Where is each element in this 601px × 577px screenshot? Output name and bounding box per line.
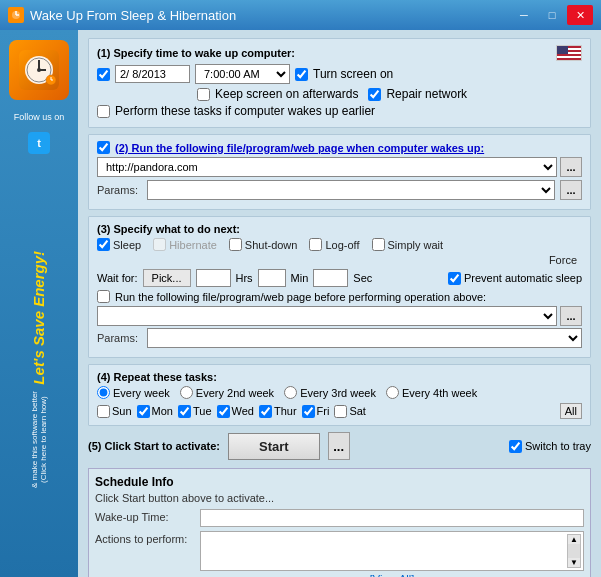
scroll-indicator: ▲ ▼ — [567, 534, 581, 568]
follow-us-label: Follow us on — [14, 112, 65, 122]
repair-network-label: Repair network — [386, 87, 467, 101]
actions-label: Actions to perform: — [95, 531, 195, 545]
view-all-link[interactable]: [View All] — [200, 571, 584, 577]
main-layout: Follow us on t Let's Save Energy! & make… — [0, 30, 601, 577]
keep-screen-label: Keep screen on afterwards — [215, 87, 358, 101]
every-4th-radio[interactable] — [386, 386, 399, 399]
section-1: (1) Specify time to wake up computer: — [88, 38, 591, 128]
section-4: (4) Repeat these tasks: Every week Every… — [88, 364, 591, 426]
date-input[interactable] — [115, 65, 190, 83]
sleep-label: Sleep — [113, 239, 141, 251]
shutdown-checkbox[interactable] — [229, 238, 242, 251]
day-checkbox-wed[interactable] — [217, 405, 230, 418]
sec-label: Sec — [353, 272, 372, 284]
shutdown-label: Shut-down — [245, 239, 298, 251]
switch-tray-checkbox[interactable] — [509, 440, 522, 453]
day-checkbox-sun[interactable] — [97, 405, 110, 418]
perform-tasks-checkbox[interactable] — [97, 105, 110, 118]
simply-wait-checkbox[interactable] — [372, 238, 385, 251]
day-item: Thur — [259, 405, 297, 418]
start-button[interactable]: Start — [228, 433, 320, 460]
schedule-info: Schedule Info Click Start button above t… — [88, 468, 591, 577]
run-file-checkbox-s2[interactable] — [97, 141, 110, 154]
every-3rd-option: Every 3rd week — [284, 386, 376, 399]
run-file-before-checkbox[interactable] — [97, 290, 110, 303]
hrs-input[interactable] — [196, 269, 231, 287]
keep-screen-checkbox[interactable] — [197, 88, 210, 101]
scroll-up-button[interactable]: ▲ — [568, 535, 580, 544]
day-label-mon: Mon — [152, 405, 173, 417]
sec-input[interactable] — [313, 269, 348, 287]
section1-title: (1) Specify time to wake up computer: — [97, 47, 295, 59]
logoff-checkbox[interactable] — [309, 238, 322, 251]
every-week-label: Every week — [113, 387, 170, 399]
day-item: Sat — [334, 405, 366, 418]
sleep-option: Sleep — [97, 238, 141, 251]
before-file-select[interactable] — [97, 306, 557, 326]
app-logo — [9, 40, 69, 100]
day-label-sun: Sun — [112, 405, 132, 417]
day-checkbox-thur[interactable] — [259, 405, 272, 418]
min-input[interactable]: 5 — [258, 269, 286, 287]
day-checkbox-fri[interactable] — [302, 405, 315, 418]
section-2: (2) Run the following file/program/web p… — [88, 134, 591, 210]
params2-select[interactable] — [147, 328, 582, 348]
day-item: Mon — [137, 405, 173, 418]
maximize-button[interactable]: □ — [539, 5, 565, 25]
logoff-option: Log-off — [309, 238, 359, 251]
app-icon — [8, 7, 24, 23]
sidebar-promo[interactable]: Let's Save Energy! & make this software … — [30, 172, 48, 567]
every-2nd-label: Every 2nd week — [196, 387, 274, 399]
repair-network-checkbox[interactable] — [368, 88, 381, 101]
every-week-option: Every week — [97, 386, 170, 399]
every-week-radio[interactable] — [97, 386, 110, 399]
days-row: SunMonTueWedThurFriSatAll — [97, 403, 582, 419]
before-file-dots-button[interactable]: ... — [560, 306, 582, 326]
every-4th-label: Every 4th week — [402, 387, 477, 399]
date-checkbox[interactable] — [97, 68, 110, 81]
day-checkbox-tue[interactable] — [178, 405, 191, 418]
day-item: Wed — [217, 405, 254, 418]
minimize-button[interactable]: ─ — [511, 5, 537, 25]
switch-tray-label: Switch to tray — [525, 440, 591, 452]
run-file-before-label: Run the following file/program/web page … — [115, 291, 486, 303]
url-select[interactable]: http://pandora.com — [97, 157, 557, 177]
url-dots-button[interactable]: ... — [560, 157, 582, 177]
every-2nd-option: Every 2nd week — [180, 386, 274, 399]
schedule-title: Schedule Info — [95, 475, 584, 489]
wakeup-label: Wake-up Time: — [95, 509, 195, 523]
all-days-button[interactable]: All — [560, 403, 582, 419]
titlebar-title: Wake Up From Sleep & Hibernation — [30, 8, 236, 23]
hibernate-checkbox[interactable] — [153, 238, 166, 251]
params-select[interactable] — [147, 180, 555, 200]
prevent-sleep-checkbox[interactable] — [448, 272, 461, 285]
section2-title: (2) Run the following file/program/web p… — [115, 142, 484, 154]
every-4th-option: Every 4th week — [386, 386, 477, 399]
sleep-checkbox[interactable] — [97, 238, 110, 251]
day-checkbox-sat[interactable] — [334, 405, 347, 418]
titlebar-left: Wake Up From Sleep & Hibernation — [8, 7, 236, 23]
every-3rd-radio[interactable] — [284, 386, 297, 399]
section3-title: (3) Specify what to do next: — [97, 223, 240, 235]
start-dots-button[interactable]: ... — [328, 432, 350, 460]
min-label: Min — [291, 272, 309, 284]
scroll-down-button[interactable]: ▼ — [568, 558, 580, 567]
titlebar-buttons: ─ □ ✕ — [511, 5, 593, 25]
pick-button[interactable]: Pick... — [143, 269, 191, 287]
every-2nd-radio[interactable] — [180, 386, 193, 399]
section-3: (3) Specify what to do next: Sleep Hiber… — [88, 216, 591, 358]
time-select[interactable]: 7:00:00 AM — [195, 64, 290, 84]
day-label-wed: Wed — [232, 405, 254, 417]
close-button[interactable]: ✕ — [567, 5, 593, 25]
sidebar-sub-text[interactable]: & make this software better(Click here t… — [30, 391, 48, 488]
hrs-label: Hrs — [236, 272, 253, 284]
every-3rd-label: Every 3rd week — [300, 387, 376, 399]
turn-screen-on-checkbox[interactable] — [295, 68, 308, 81]
day-checkbox-mon[interactable] — [137, 405, 150, 418]
section5-title: (5) Click Start to activate: — [88, 440, 220, 452]
params-dots-button[interactable]: ... — [560, 180, 582, 200]
sidebar: Follow us on t Let's Save Energy! & make… — [0, 30, 78, 577]
turn-screen-on-label: Turn screen on — [313, 67, 393, 81]
sidebar-main-text[interactable]: Let's Save Energy! — [31, 251, 48, 385]
twitter-button[interactable]: t — [28, 132, 50, 154]
